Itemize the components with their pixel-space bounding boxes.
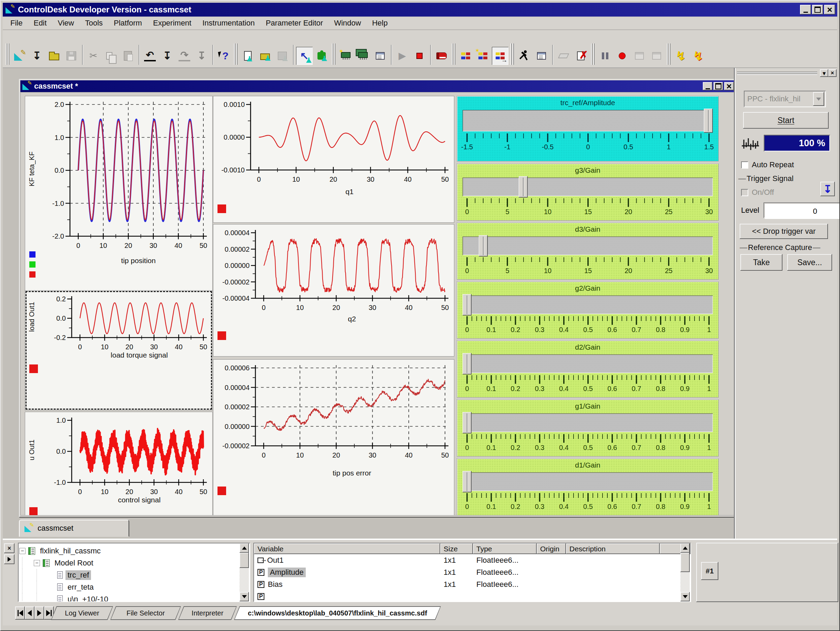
slider-groove[interactable] [463, 177, 713, 196]
browser-tab-prev-button[interactable] [25, 607, 35, 620]
slider-thumb[interactable] [463, 471, 472, 492]
plot-control-signal[interactable]: 1.00.0-1.001020304050control signalu Out… [25, 412, 213, 516]
slider-thumb[interactable] [463, 294, 472, 315]
slider-groove[interactable] [463, 110, 713, 131]
record-capture-icon[interactable] [614, 47, 630, 65]
slider-d2-gain[interactable]: d2/Gain00.10.20.30.40.50.60.70.80.91 [457, 340, 718, 398]
menu-view[interactable]: View [52, 18, 79, 28]
tree-expander-icon[interactable]: − [34, 560, 40, 566]
panel-grip[interactable]: ▾ × [737, 69, 837, 77]
menu-window[interactable]: Window [328, 18, 366, 28]
browser-tab-c-windows-desktop-lab-040507-flxlink-hil-cassmc-sdf[interactable]: c:\windows\desktop\lab_040507\flxlink_hi… [234, 606, 441, 620]
start-animation-icon[interactable] [516, 47, 532, 65]
scroll-down-icon[interactable] [681, 592, 690, 601]
instrument-navigator-icon[interactable] [492, 47, 508, 65]
capture-window-icon[interactable] [648, 47, 665, 65]
auto-repeat-checkbox[interactable] [741, 161, 748, 169]
save-reference-button[interactable]: Save... [787, 254, 832, 271]
rebuild-icon[interactable] [690, 47, 706, 65]
plot-load-torque-signal[interactable]: 0.20.0-0.201020304050load torque signall… [25, 290, 213, 410]
table-row-amplitude[interactable]: Amplitude1x1FloatIeee6... [254, 566, 690, 578]
platform-select[interactable]: PPC - flxlink_hil [744, 91, 826, 107]
scroll-down-icon[interactable] [240, 592, 249, 601]
slider-thumb[interactable] [704, 109, 713, 133]
table-row-out1[interactable]: Out11x1FloatIeee6... [254, 554, 690, 566]
menu-tools[interactable]: Tools [80, 18, 108, 28]
browser-tab-interpreter[interactable]: Interpreter [178, 606, 237, 620]
browser-expand-icon[interactable] [4, 555, 14, 564]
trigger-onoff-checkbox[interactable] [741, 189, 748, 196]
erase-icon[interactable] [555, 47, 572, 65]
tree-item-model-root[interactable]: −Model Root [19, 557, 249, 569]
slider-g2-gain[interactable]: g2/Gain00.10.20.30.40.50.60.70.80.91 [457, 281, 718, 338]
tree-item-u-n-10-10[interactable]: u\n_+10/-10 [19, 593, 249, 602]
log-viewer-icon[interactable] [433, 47, 450, 65]
minimize-button[interactable] [800, 5, 811, 14]
scroll-up-icon[interactable] [681, 543, 690, 553]
save-icon[interactable] [63, 47, 80, 65]
table-row[interactable] [254, 590, 690, 602]
maximize-button[interactable] [812, 5, 823, 14]
browser-tab-first-button[interactable] [15, 607, 25, 620]
menu-edit[interactable]: Edit [28, 18, 52, 28]
drop-trigger-var-button[interactable]: << Drop trigger var [740, 224, 828, 239]
animation-mode-icon[interactable] [313, 47, 330, 65]
undo-list-icon[interactable] [159, 47, 175, 65]
cut-icon[interactable] [85, 47, 102, 65]
scroll-up-icon[interactable] [240, 543, 249, 553]
menu-platform[interactable]: Platform [108, 18, 147, 28]
board-settings-icon[interactable] [533, 47, 550, 65]
menu-help[interactable]: Help [366, 18, 393, 28]
edit-mode-icon[interactable] [296, 47, 313, 65]
take-button[interactable]: Take [741, 254, 782, 271]
slider-thumb[interactable] [479, 235, 488, 256]
tree-expander-icon[interactable]: − [19, 548, 25, 554]
drop-trigger-icon[interactable]: ↧ [820, 182, 835, 196]
slider-groove[interactable] [463, 413, 713, 432]
panel-chevron-icon[interactable]: ▾ [820, 69, 828, 77]
context-help-icon[interactable] [215, 47, 232, 65]
tree-scrollbar[interactable] [240, 543, 249, 601]
slider-groove[interactable] [463, 237, 713, 255]
slider-trc_ref-amplitude[interactable]: trc_ref/Amplitude-1.5-1-0.500.511.5 [457, 96, 718, 161]
start-simulation-icon[interactable] [394, 47, 411, 65]
plot-tip-pos-error[interactable]: 0.000060.000040.000020.00000-0.000020102… [213, 359, 454, 516]
doc-minimize-button[interactable] [703, 82, 712, 90]
layout-tab-cassmcset[interactable]: cassmcset [19, 520, 129, 537]
new-instrument-icon[interactable] [475, 47, 491, 65]
slider-groove[interactable] [463, 354, 713, 373]
delete-variable-icon[interactable] [573, 47, 589, 65]
slider-thumb[interactable] [463, 353, 472, 375]
level-input[interactable] [765, 204, 840, 219]
plot-q2[interactable]: 0.000040.000020.00000-0.00002-0.00004010… [213, 224, 454, 357]
slider-g3-gain[interactable]: g3/Gain051015202530 [457, 163, 718, 221]
start-button[interactable]: Start [743, 112, 829, 129]
column-header-origin[interactable]: Origin [537, 543, 566, 554]
column-header-type[interactable]: Type [473, 543, 537, 554]
new-layout-icon[interactable] [11, 47, 28, 65]
platform-select-arrow-icon[interactable] [813, 92, 824, 106]
capture-settings-icon[interactable] [631, 47, 648, 65]
slider-d3-gain[interactable]: d3/Gain051015202530 [457, 222, 718, 280]
doc-maximize-button[interactable] [714, 82, 723, 90]
menu-instrumentation[interactable]: Instrumentation [197, 18, 260, 28]
new-instrument-layout-icon[interactable] [457, 47, 474, 65]
plot-tip-position[interactable]: 2.01.00.0-1.0-2.001020304050tip position… [25, 96, 213, 293]
browser-tab-next-button[interactable] [35, 607, 44, 620]
menu-file[interactable]: File [5, 18, 28, 28]
column-header-variable[interactable]: Variable [254, 543, 440, 554]
slider-thumb[interactable] [519, 176, 528, 198]
table-row-bias[interactable]: Bias1x1FloatIeee6... [254, 578, 690, 590]
redo-list-icon[interactable] [193, 47, 210, 65]
save-experiment-icon[interactable] [274, 47, 291, 65]
platform-properties-icon[interactable] [372, 47, 388, 65]
import-layout-icon[interactable] [28, 47, 45, 65]
copy-icon[interactable] [103, 47, 119, 65]
slider-groove[interactable] [463, 472, 713, 491]
open-icon[interactable] [46, 47, 62, 65]
connection-1-button[interactable]: #1 [701, 562, 718, 580]
open-experiment-icon[interactable] [257, 47, 273, 65]
undo-icon[interactable] [142, 47, 158, 65]
slider-thumb[interactable] [463, 412, 472, 433]
scroll-thumb[interactable] [681, 553, 690, 572]
